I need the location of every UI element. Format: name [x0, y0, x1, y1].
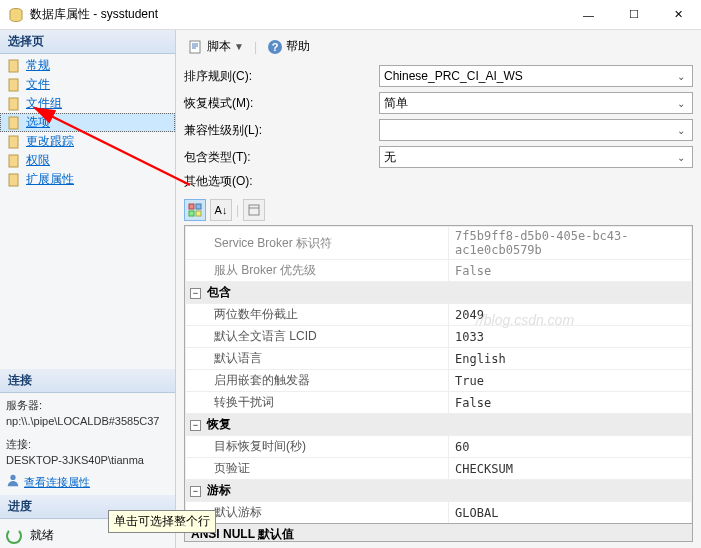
prop-value[interactable]: 7f5b9ff8-d5b0-405e-bc43-ac1e0cb0579b: [449, 227, 692, 260]
nav-list: 常规文件文件组选项更改跟踪权限扩展属性: [0, 54, 175, 191]
grid-row[interactable]: 启用嵌套的触发器True: [186, 370, 692, 392]
prop-key: 默认全文语言 LCID: [186, 326, 449, 348]
minimize-button[interactable]: —: [566, 0, 611, 29]
prop-key: 默认语言: [186, 348, 449, 370]
compat-row: 兼容性级别(L): ⌄: [184, 119, 693, 141]
sidebar-item-6[interactable]: 扩展属性: [0, 170, 175, 189]
sidebar-item-0[interactable]: 常规: [0, 56, 175, 75]
sidebar-item-5[interactable]: 权限: [0, 151, 175, 170]
maximize-button[interactable]: ☐: [611, 0, 656, 29]
other-row: 其他选项(O):: [184, 173, 693, 190]
connection-header: 连接: [0, 369, 175, 393]
database-icon: [8, 7, 24, 23]
row-tooltip: 单击可选择整个行: [108, 510, 216, 533]
progress-ring-icon: [6, 528, 22, 544]
prop-key: 两位数年份截止: [186, 304, 449, 326]
page-icon: [6, 153, 22, 169]
grid-category[interactable]: −游标: [186, 480, 692, 502]
progress-status: 就绪: [30, 527, 54, 544]
prop-key: 默认游标: [186, 502, 449, 524]
chevron-down-icon: ⌄: [672, 94, 690, 112]
sidebar: 选择页 常规文件文件组选项更改跟踪权限扩展属性 连接 服务器: np:\\.\p…: [0, 30, 176, 548]
svg-rect-3: [9, 98, 18, 110]
contain-label: 包含类型(T):: [184, 149, 379, 166]
sidebar-item-label: 更改跟踪: [26, 133, 74, 150]
grid-row[interactable]: 默认语言English: [186, 348, 692, 370]
prop-value[interactable]: 1033: [449, 326, 692, 348]
prop-value[interactable]: English: [449, 348, 692, 370]
server-label: 服务器:: [6, 397, 169, 414]
sidebar-item-1[interactable]: 文件: [0, 75, 175, 94]
collapse-icon[interactable]: −: [190, 420, 201, 431]
window-title: 数据库属性 - sysstudent: [30, 6, 566, 23]
grid-category[interactable]: −恢复: [186, 414, 692, 436]
svg-rect-13: [196, 204, 201, 209]
categorized-button[interactable]: [184, 199, 206, 221]
grid-row[interactable]: 默认游标GLOBAL: [186, 502, 692, 524]
collapse-icon[interactable]: −: [190, 486, 201, 497]
prop-page-button[interactable]: [243, 199, 265, 221]
grid-row[interactable]: 页验证CHECKSUM: [186, 458, 692, 480]
svg-text:?: ?: [272, 41, 279, 53]
grid-category[interactable]: −包含: [186, 282, 692, 304]
collation-combo[interactable]: Chinese_PRC_CI_AI_WS⌄: [379, 65, 693, 87]
contain-row: 包含类型(T): 无⌄: [184, 146, 693, 168]
sidebar-item-3[interactable]: 选项: [0, 113, 175, 132]
alphabetical-button[interactable]: A↓: [210, 199, 232, 221]
script-button[interactable]: 脚本 ▼: [184, 36, 248, 57]
collapse-icon[interactable]: −: [190, 288, 201, 299]
main-panel: 脚本 ▼ | ? 帮助 排序规则(C): Chinese_PRC_CI_AI_W…: [176, 30, 701, 548]
contain-combo[interactable]: 无⌄: [379, 146, 693, 168]
svg-rect-2: [9, 79, 18, 91]
prop-key: 目标恢复时间(秒): [186, 436, 449, 458]
sidebar-item-label: 文件组: [26, 95, 62, 112]
sidebar-item-4[interactable]: 更改跟踪: [0, 132, 175, 151]
grid-row[interactable]: 两位数年份截止2049: [186, 304, 692, 326]
prop-key: 页验证: [186, 458, 449, 480]
page-icon: [6, 172, 22, 188]
prop-value[interactable]: GLOBAL: [449, 502, 692, 524]
recovery-row: 恢复模式(M): 简单⌄: [184, 92, 693, 114]
page-icon: [6, 58, 22, 74]
page-icon: [6, 115, 22, 131]
prop-value[interactable]: 2049: [449, 304, 692, 326]
svg-point-8: [10, 474, 15, 479]
prop-value[interactable]: False: [449, 392, 692, 414]
sidebar-item-label: 常规: [26, 57, 50, 74]
prop-key: 服从 Broker 优先级: [186, 260, 449, 282]
svg-rect-1: [9, 60, 18, 72]
grid-row[interactable]: 服从 Broker 优先级False: [186, 260, 692, 282]
svg-rect-4: [9, 117, 18, 129]
svg-rect-12: [189, 204, 194, 209]
sidebar-item-label: 选项: [26, 114, 50, 131]
prop-value[interactable]: CHECKSUM: [449, 458, 692, 480]
recovery-combo[interactable]: 简单⌄: [379, 92, 693, 114]
user-icon: [6, 473, 20, 492]
compat-combo[interactable]: ⌄: [379, 119, 693, 141]
compat-label: 兼容性级别(L):: [184, 122, 379, 139]
help-icon: ?: [267, 39, 283, 55]
chevron-down-icon: ⌄: [672, 148, 690, 166]
sidebar-item-2[interactable]: 文件组: [0, 94, 175, 113]
collation-label: 排序规则(C):: [184, 68, 379, 85]
other-label: 其他选项(O):: [184, 173, 379, 190]
prop-value[interactable]: 60: [449, 436, 692, 458]
sidebar-item-label: 扩展属性: [26, 171, 74, 188]
grid-row[interactable]: 转换干扰词False: [186, 392, 692, 414]
page-icon: [6, 96, 22, 112]
svg-rect-6: [9, 155, 18, 167]
server-value: np:\\.\pipe\LOCALDB#3585C37: [6, 413, 169, 430]
grid-row[interactable]: Service Broker 标识符7f5b9ff8-d5b0-405e-bc4…: [186, 227, 692, 260]
chevron-down-icon: ▼: [234, 41, 244, 52]
help-button[interactable]: ? 帮助: [263, 36, 314, 57]
close-button[interactable]: ✕: [656, 0, 701, 29]
property-grid[interactable]: Service Broker 标识符7f5b9ff8-d5b0-405e-bc4…: [184, 225, 693, 524]
view-connection-link[interactable]: 查看连接属性: [24, 474, 90, 491]
sidebar-item-label: 文件: [26, 76, 50, 93]
prop-value[interactable]: True: [449, 370, 692, 392]
grid-row[interactable]: 默认全文语言 LCID1033: [186, 326, 692, 348]
prop-value[interactable]: False: [449, 260, 692, 282]
grid-row[interactable]: 目标恢复时间(秒)60: [186, 436, 692, 458]
svg-rect-9: [190, 41, 200, 53]
conn-value: DESKTOP-3JKS40P\tianma: [6, 452, 169, 469]
